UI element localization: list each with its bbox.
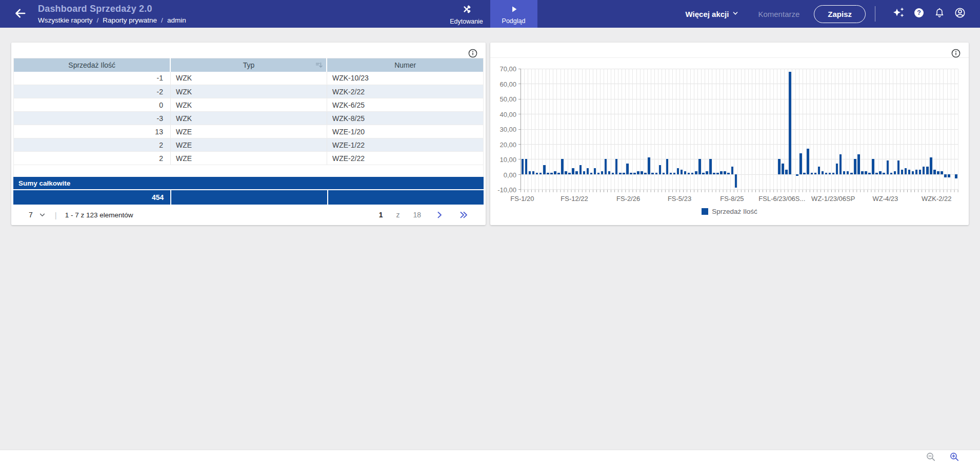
bar[interactable] xyxy=(778,159,780,174)
bar[interactable] xyxy=(807,149,809,174)
column-header-typ[interactable]: Typ xyxy=(170,58,327,72)
table-row[interactable]: -3WZKWZK-8/25 xyxy=(14,112,484,125)
bar[interactable] xyxy=(536,173,538,174)
bar[interactable] xyxy=(955,174,957,179)
bar[interactable] xyxy=(688,173,690,174)
bar[interactable] xyxy=(623,173,625,174)
bar[interactable] xyxy=(572,168,574,174)
bar[interactable] xyxy=(644,173,646,174)
bar[interactable] xyxy=(709,159,711,174)
bar[interactable] xyxy=(905,168,907,174)
bar[interactable] xyxy=(727,173,729,174)
zoom-out-button[interactable] xyxy=(926,452,936,464)
bar[interactable] xyxy=(901,170,903,174)
bar[interactable] xyxy=(930,157,932,174)
bar[interactable] xyxy=(832,173,834,174)
bar[interactable] xyxy=(720,171,722,174)
bar[interactable] xyxy=(915,170,917,174)
bar[interactable] xyxy=(933,170,935,174)
bar[interactable] xyxy=(583,171,585,174)
bar[interactable] xyxy=(724,171,726,174)
bar[interactable] xyxy=(666,159,668,174)
sort-icon[interactable] xyxy=(315,61,323,71)
bar[interactable] xyxy=(785,170,787,174)
bar[interactable] xyxy=(637,171,639,174)
bar[interactable] xyxy=(923,167,925,174)
bar[interactable] xyxy=(879,171,881,174)
bar[interactable] xyxy=(897,160,899,174)
bar[interactable] xyxy=(619,173,621,174)
bar[interactable] xyxy=(547,173,549,174)
bar[interactable] xyxy=(716,173,718,174)
bar[interactable] xyxy=(713,173,715,174)
bar[interactable] xyxy=(735,174,737,188)
bar[interactable] xyxy=(706,171,708,174)
info-icon[interactable] xyxy=(951,48,961,60)
bar[interactable] xyxy=(641,171,643,174)
bar[interactable] xyxy=(803,173,805,174)
bar[interactable] xyxy=(941,171,943,174)
bar[interactable] xyxy=(857,154,859,174)
bar[interactable] xyxy=(926,167,928,174)
bar[interactable] xyxy=(731,167,733,174)
table-row[interactable]: 13WZEWZE-1/20 xyxy=(14,125,484,138)
bar[interactable] xyxy=(850,173,852,174)
bar[interactable] xyxy=(525,159,527,174)
bar[interactable] xyxy=(605,159,607,174)
bar[interactable] xyxy=(684,171,686,174)
bar[interactable] xyxy=(543,165,545,174)
ai-assistant-button[interactable] xyxy=(892,7,905,21)
table-row[interactable]: 2WZEWZE-1/22 xyxy=(14,138,484,152)
page-size-chevron-icon[interactable] xyxy=(38,211,47,219)
bar[interactable] xyxy=(594,168,596,174)
help-button[interactable]: ? xyxy=(912,7,926,21)
bar[interactable] xyxy=(894,171,896,174)
bar[interactable] xyxy=(822,171,824,174)
bar[interactable] xyxy=(836,164,838,174)
bar[interactable] xyxy=(673,173,675,174)
account-button[interactable] xyxy=(953,7,967,21)
bar[interactable] xyxy=(944,174,946,177)
bar[interactable] xyxy=(912,171,914,174)
bar[interactable] xyxy=(663,173,665,174)
bar[interactable] xyxy=(887,160,889,174)
tab-edit[interactable]: Edytowanie xyxy=(443,0,490,28)
bar[interactable] xyxy=(843,171,845,174)
comments-button[interactable]: Komentarze xyxy=(758,10,799,18)
bar[interactable] xyxy=(854,159,856,174)
next-page-icon[interactable] xyxy=(434,210,445,220)
bar[interactable] xyxy=(796,174,798,176)
bar[interactable] xyxy=(587,168,589,174)
bar[interactable] xyxy=(529,171,531,174)
bar[interactable] xyxy=(651,173,653,174)
bar[interactable] xyxy=(839,154,842,174)
current-page[interactable]: 1 xyxy=(379,211,383,219)
notifications-button[interactable] xyxy=(933,7,946,21)
bar[interactable] xyxy=(615,159,617,174)
breadcrumb-item[interactable]: Wszystkie raporty xyxy=(38,16,93,24)
bar[interactable] xyxy=(532,171,534,174)
bar[interactable] xyxy=(655,173,657,174)
bar[interactable] xyxy=(575,171,577,174)
breadcrumb-item[interactable]: Raporty prywatne xyxy=(103,16,157,24)
tab-preview[interactable]: Podgląd xyxy=(490,0,537,28)
bar[interactable] xyxy=(539,173,542,174)
bar[interactable] xyxy=(829,173,831,174)
bar[interactable] xyxy=(648,157,650,174)
bar[interactable] xyxy=(670,173,672,174)
bar[interactable] xyxy=(561,159,563,174)
last-page-icon[interactable] xyxy=(458,210,470,220)
bar[interactable] xyxy=(659,165,661,174)
bar[interactable] xyxy=(847,171,849,174)
bar[interactable] xyxy=(681,170,683,174)
table-row[interactable]: -1WZKWZK-10/23 xyxy=(14,72,484,85)
bar[interactable] xyxy=(597,173,599,174)
bar[interactable] xyxy=(554,171,556,174)
bar[interactable] xyxy=(865,171,867,174)
bar[interactable] xyxy=(601,171,603,174)
bar[interactable] xyxy=(782,164,784,174)
bar[interactable] xyxy=(875,173,877,174)
bar[interactable] xyxy=(861,171,863,174)
bar[interactable] xyxy=(890,173,892,174)
total-pages[interactable]: 18 xyxy=(413,211,421,219)
